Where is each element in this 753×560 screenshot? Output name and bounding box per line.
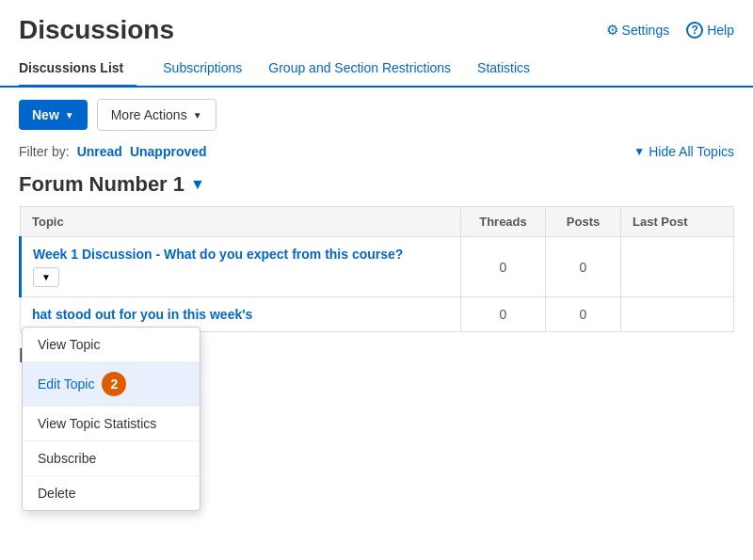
- topic-dropdown-caret-icon: ▼: [41, 272, 51, 282]
- nav-tabs: Discussions List Subscriptions Group and…: [0, 53, 753, 88]
- topics-table: Topic Threads Posts Last Post Week 1 Dis…: [19, 206, 734, 332]
- col-topic: Topic: [21, 207, 461, 237]
- col-last-post: Last Post: [621, 207, 734, 237]
- new-caret-icon: ▼: [65, 110, 74, 120]
- col-posts: Posts: [546, 207, 621, 237]
- posts-cell-1: 0: [546, 237, 621, 297]
- tab-group-section[interactable]: Group and Section Restrictions: [255, 53, 464, 88]
- topic-link-2[interactable]: hat stood out for you in this week's: [32, 307, 252, 322]
- help-link[interactable]: ? Help: [686, 22, 734, 39]
- filter-bar: Filter by: Unread Unapproved ▼ Hide All …: [0, 142, 753, 168]
- help-icon: ?: [686, 22, 703, 39]
- filter-unapproved-link[interactable]: Unapproved: [130, 144, 207, 159]
- toolbar: New ▼ More Actions ▼: [0, 88, 753, 142]
- forum-selector: Forum Number 1 ▼: [0, 168, 753, 206]
- topic-dropdown-menu: View Topic Edit Topic 2 View Topic Stati…: [22, 327, 200, 511]
- settings-link[interactable]: ⚙ Settings: [606, 22, 670, 39]
- posts-cell-2: 0: [546, 297, 621, 332]
- dropdown-item-delete[interactable]: Delete: [23, 476, 200, 510]
- gear-icon: ⚙: [606, 22, 618, 39]
- tab-discussions-list[interactable]: Discussions List: [19, 53, 136, 88]
- dropdown-item-edit-topic[interactable]: Edit Topic 2: [23, 362, 200, 407]
- forum-dropdown-icon[interactable]: ▼: [190, 176, 205, 193]
- more-actions-caret-icon: ▼: [193, 110, 202, 120]
- filter-left: Filter by: Unread Unapproved: [19, 144, 207, 159]
- table-row: Week 1 Discussion - What do you expect f…: [21, 237, 734, 297]
- dropdown-item-subscribe[interactable]: Subscribe: [23, 441, 200, 476]
- filter-label: Filter by:: [19, 144, 70, 159]
- threads-cell-1: 0: [461, 237, 546, 297]
- page-title: Discussions: [19, 15, 174, 45]
- step-badge: 2: [102, 372, 126, 396]
- tab-subscriptions[interactable]: Subscriptions: [150, 53, 255, 88]
- forum-title: Forum Number 1: [19, 172, 184, 197]
- last-post-cell-2: [621, 297, 734, 332]
- topic-link-1[interactable]: Week 1 Discussion - What do you expect f…: [33, 247, 403, 262]
- threads-cell-2: 0: [461, 297, 546, 332]
- new-button[interactable]: New ▼: [19, 100, 88, 130]
- hide-topics-caret-icon: ▼: [633, 145, 645, 158]
- filter-unread-link[interactable]: Unread: [77, 144, 122, 159]
- hide-all-topics-link[interactable]: ▼ Hide All Topics: [633, 144, 734, 159]
- tab-statistics[interactable]: Statistics: [464, 53, 543, 88]
- last-post-cell-1: [621, 237, 734, 297]
- page-header: Discussions ⚙ Settings ? Help: [0, 0, 753, 53]
- header-actions: ⚙ Settings ? Help: [606, 22, 734, 39]
- topic-dropdown-button-1[interactable]: ▼: [33, 267, 59, 287]
- topic-cell-1: Week 1 Discussion - What do you expect f…: [21, 237, 461, 297]
- more-actions-button[interactable]: More Actions ▼: [97, 99, 216, 131]
- col-threads: Threads: [461, 207, 546, 237]
- dropdown-item-view-topic[interactable]: View Topic: [23, 328, 200, 362]
- dropdown-item-view-topic-stats[interactable]: View Topic Statistics: [23, 407, 200, 441]
